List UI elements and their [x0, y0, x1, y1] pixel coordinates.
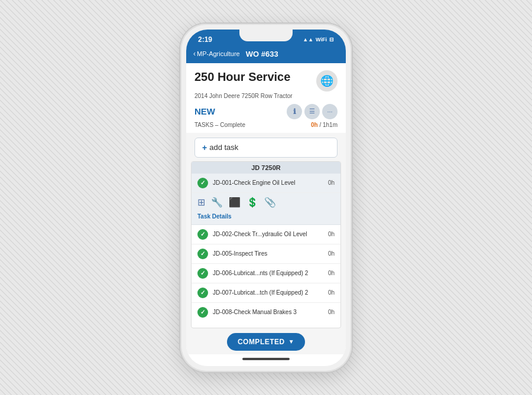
work-order-header: 250 Hour Service 🌐 2014 John Deere 7250R… — [186, 63, 346, 133]
task-detail-bar: ⊞ 🔧 ⬛ 💲 📎 Task Details — [192, 193, 340, 225]
task-hours: 0h — [328, 289, 335, 296]
status-row: NEW ℹ ☰ ··· — [194, 104, 338, 119]
task-details-label[interactable]: Task Details — [197, 213, 232, 220]
chevron-left-icon: ‹ — [193, 50, 196, 58]
task-name: JD-006-Lubricat...nts (If Equipped) 2 — [213, 270, 323, 276]
nav-title: WO #633 — [246, 50, 278, 58]
list-icon: ☰ — [309, 107, 315, 115]
task-hours: 0h — [328, 179, 335, 186]
task-hours: 0h — [328, 231, 335, 237]
phone-frame: 2:19 ▲▲ WiFi ⊟ ‹ MP-Agriculture WO #633 … — [180, 24, 352, 372]
notch — [239, 30, 293, 41]
task-name: JD-005-Inspect Tires — [213, 250, 323, 257]
plus-icon: + — [202, 143, 207, 152]
check-icon — [197, 307, 208, 318]
task-detail-icons: ⊞ 🔧 ⬛ 💲 📎 — [197, 197, 335, 208]
status-time: 2:19 — [198, 35, 212, 44]
work-order-title: 250 Hour Service — [194, 70, 316, 84]
more-button[interactable]: ··· — [322, 104, 338, 119]
dropdown-arrow-icon: ▼ — [288, 338, 294, 345]
task-hours: 0h — [328, 270, 335, 276]
back-button[interactable]: ‹ MP-Agriculture — [193, 50, 240, 58]
group-header: JD 7250R — [192, 162, 340, 174]
completed-button[interactable]: COMPLETED ▼ — [227, 333, 305, 351]
check-icon — [197, 229, 208, 240]
task-name: JD-008-Check Manual Brakes 3 — [213, 309, 323, 315]
battery-icon: ⊟ — [329, 37, 334, 43]
more-icon: ··· — [327, 108, 332, 115]
signal-icon: ▲▲ — [303, 37, 313, 43]
parts-icon[interactable]: ⬛ — [229, 197, 241, 208]
check-icon — [197, 178, 208, 188]
add-task-label: add task — [209, 143, 238, 152]
task-item[interactable]: JD-008-Check Manual Brakes 3 0h — [192, 303, 340, 322]
attachment-icon[interactable]: 📎 — [264, 197, 276, 208]
tasks-time-total: 1h1m — [323, 122, 338, 128]
globe-icon[interactable]: 🌐 — [316, 70, 338, 92]
info-button[interactable]: ℹ — [287, 104, 302, 119]
grid-icon[interactable]: ⊞ — [197, 197, 205, 208]
task-item[interactable]: JD-006-Lubricat...nts (If Equipped) 2 0h — [192, 264, 340, 283]
tasks-time-zero: 0h — [311, 122, 318, 128]
wrench-icon[interactable]: 🔧 — [211, 197, 223, 208]
phone-screen: 2:19 ▲▲ WiFi ⊟ ‹ MP-Agriculture WO #633 … — [186, 30, 346, 366]
home-indicator — [242, 358, 290, 360]
task-name: JD-002-Check Tr...ydraulic Oil Level — [213, 231, 323, 237]
nav-bar: ‹ MP-Agriculture WO #633 — [186, 47, 346, 63]
tasks-label: TASKS – Complete — [194, 122, 245, 128]
cost-icon[interactable]: 💲 — [246, 197, 258, 208]
task-hours: 0h — [328, 309, 335, 315]
task-hours: 0h — [328, 250, 335, 257]
add-task-bar[interactable]: + add task — [194, 138, 338, 158]
work-order-subtitle: 2014 John Deere 7250R Row Tractor — [194, 93, 338, 99]
check-icon — [197, 249, 208, 259]
task-name: JD-001-Check Engine Oil Level — [213, 179, 323, 186]
task-item[interactable]: JD-002-Check Tr...ydraulic Oil Level 0h — [192, 225, 340, 244]
wifi-icon: WiFi — [316, 37, 327, 43]
check-icon — [197, 288, 208, 298]
list-button[interactable]: ☰ — [304, 104, 320, 119]
completed-label: COMPLETED — [238, 338, 285, 346]
task-list: JD 7250R JD-001-Check Engine Oil Level 0… — [191, 161, 341, 328]
bottom-bar: COMPLETED ▼ — [186, 328, 346, 354]
task-item[interactable]: JD-001-Check Engine Oil Level 0h — [192, 174, 340, 193]
tasks-time: 0h / 1h1m — [311, 122, 338, 128]
task-item[interactable]: JD-007-Lubricat...tch (If Equipped) 2 0h — [192, 283, 340, 303]
task-name: JD-007-Lubricat...tch (If Equipped) 2 — [213, 289, 323, 296]
info-icon: ℹ — [293, 107, 296, 116]
back-label: MP-Agriculture — [197, 50, 240, 57]
content-area: 250 Hour Service 🌐 2014 John Deere 7250R… — [186, 63, 346, 354]
tasks-summary-row: TASKS – Complete 0h / 1h1m — [194, 122, 338, 128]
status-badge: NEW — [194, 106, 215, 116]
action-icons: ℹ ☰ ··· — [287, 104, 338, 119]
status-icons: ▲▲ WiFi ⊟ — [303, 37, 334, 43]
task-item[interactable]: JD-005-Inspect Tires 0h — [192, 244, 340, 264]
home-bar — [186, 354, 346, 366]
check-icon — [197, 268, 208, 279]
